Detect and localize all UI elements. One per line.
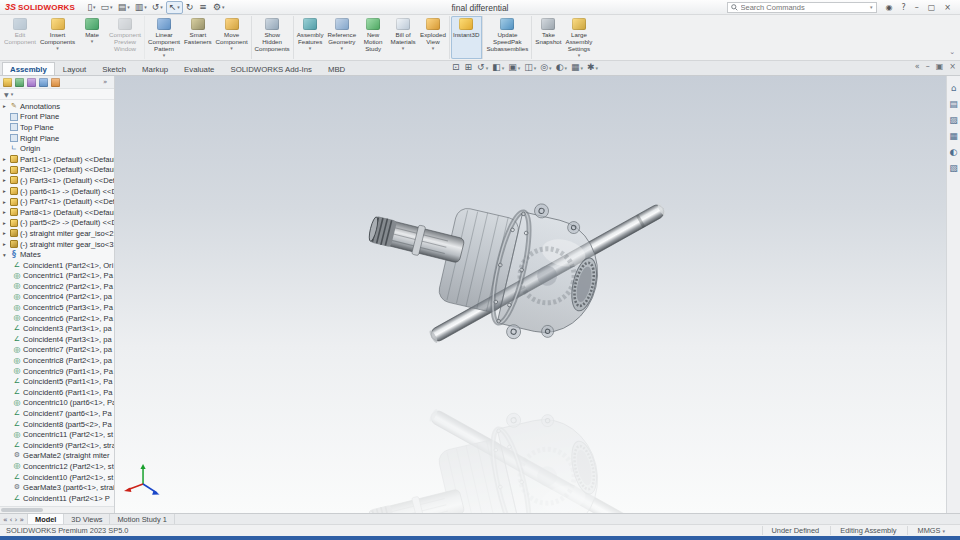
ribbon-button[interactable]: Instant3D — [451, 16, 483, 59]
mate-item[interactable]: Concentric5 (Part3<1>, Pa — [0, 302, 114, 313]
mate-item[interactable]: Concentric7 (Part2<1>, pa — [0, 345, 114, 356]
tree-item[interactable]: ▸ Part1<1> (Default) <<Default> — [0, 154, 114, 165]
ribbon-button[interactable]: Show Hidden Components — [253, 16, 294, 59]
mate-item[interactable]: Coincident11 (Part2<1> P — [0, 493, 114, 504]
tab-scroll-arrow-icon[interactable]: › — [15, 515, 18, 524]
options-gear-icon[interactable]: ⚙▾ — [211, 1, 227, 14]
maximize-icon[interactable]: ▢ — [924, 3, 940, 12]
ribbon-collapse-icon[interactable]: ⌄ — [949, 48, 955, 539]
expand-arrow-icon[interactable]: ▾ — [3, 252, 10, 258]
ribbon-button[interactable]: Update SpeedPak Subassemblies — [484, 16, 532, 59]
ribbon-tab[interactable]: Layout — [55, 62, 94, 75]
status-item[interactable]: MMGS▾ — [907, 526, 954, 535]
panel-horizontal-scrollbar[interactable] — [0, 506, 114, 513]
ribbon-button[interactable]: New Motion Study — [358, 16, 388, 59]
apply-scene-icon[interactable]: ▦▾ — [571, 63, 583, 72]
expand-arrow-icon[interactable]: ▸ — [3, 188, 10, 194]
graphics-viewport[interactable] — [115, 76, 946, 513]
ribbon-tab[interactable]: Markup — [134, 62, 176, 75]
ribbon-button[interactable]: Exploded View ▾ — [418, 16, 450, 59]
mate-item[interactable]: Coincident1 (Part2<1>, Ori — [0, 260, 114, 271]
doc-minimize-icon[interactable]: – — [926, 63, 930, 71]
tab-scroll-arrow-icon[interactable]: ‹ — [10, 515, 13, 524]
mate-item[interactable]: Coincident7 (part6<1>, Pa — [0, 408, 114, 419]
zoom-to-area-icon[interactable]: ⊞ — [465, 63, 474, 72]
zoom-to-fit-icon[interactable]: ⊡ — [452, 63, 461, 72]
expand-arrow-icon[interactable]: ▸ — [3, 103, 10, 109]
section-view-icon[interactable]: ◧▾ — [492, 63, 504, 72]
expand-arrow-icon[interactable]: ▸ — [3, 177, 10, 183]
document-tab[interactable]: Motion Study 1 — [110, 514, 174, 524]
doc-close-icon[interactable]: × — [949, 63, 956, 71]
mate-item[interactable]: Coincident9 (Part2<1>, stra — [0, 440, 114, 451]
tab-scroll-arrow-icon[interactable]: « — [3, 515, 8, 524]
3d-viewport-canvas[interactable] — [115, 76, 946, 513]
user-account-icon[interactable]: ◉ — [882, 3, 897, 12]
tree-item[interactable]: ▸ (-) part5<2> -> (Default) <<De — [0, 218, 114, 229]
tree-item[interactable]: Top Plane — [0, 122, 114, 133]
ribbon-button[interactable]: Edit Component — [2, 16, 38, 59]
mate-item[interactable]: Coincident8 (part5<2>, Pa — [0, 419, 114, 430]
search-commands-box[interactable]: ▾ — [727, 2, 877, 13]
minimize-icon[interactable]: – — [911, 3, 923, 12]
mate-item[interactable]: Coincident5 (Part1<1>, Pa — [0, 376, 114, 387]
mate-item[interactable]: Concentric9 (Part1<1>, Pa — [0, 366, 114, 377]
ribbon-button[interactable]: Linear Component Pattern ▾ — [146, 16, 182, 59]
ribbon-button[interactable]: Assembly Features ▾ — [295, 16, 326, 59]
tree-item[interactable]: Right Plane — [0, 133, 114, 144]
scrollbar-thumb[interactable] — [1, 508, 43, 512]
mate-item[interactable]: Concentric4 (Part2<1>, pa — [0, 292, 114, 303]
tree-item[interactable]: ▸ (-) Part7<1> (Default) <<Defau — [0, 196, 114, 207]
ribbon-button[interactable]: Large Assembly Settings ▾ — [564, 16, 595, 59]
previous-view-icon[interactable]: ↺▾ — [477, 63, 488, 72]
mate-item[interactable]: Coincident10 (Part2<1>, st — [0, 472, 114, 483]
mate-item[interactable]: Concentric1 (Part2<1>, Pa — [0, 271, 114, 282]
mate-item[interactable]: Concentric6 (Part2<1>, Pa — [0, 313, 114, 324]
mate-item[interactable]: Concentric12 (Part2<1>, st — [0, 461, 114, 472]
edit-appearance-icon[interactable]: ◐▾ — [556, 63, 567, 72]
tree-item[interactable]: ▸ (-) straight miter gear_iso<3> ( — [0, 239, 114, 250]
doc-restore-icon[interactable]: ▣ — [936, 63, 944, 71]
ribbon-tab[interactable]: SOLIDWORKS Add-Ins — [222, 62, 319, 75]
new-file-icon[interactable]: ▯▾ — [85, 1, 97, 14]
mate-item[interactable]: Coincident4 (Part3<1>, pa — [0, 334, 114, 345]
ribbon-tab[interactable]: Sketch — [94, 62, 134, 75]
ribbon-tab[interactable]: MBD — [320, 62, 353, 75]
tree-item[interactable]: ▸ (-) Part3<1> (Default) <<Defa — [0, 175, 114, 186]
hide-show-items-icon[interactable]: ◎▾ — [540, 63, 551, 72]
collapse-pane-icon[interactable]: « — [915, 63, 920, 71]
status-item[interactable]: Editing Assembly — [830, 526, 907, 535]
open-file-icon[interactable]: ▭▾ — [99, 1, 115, 14]
tree-item[interactable]: Front Plane — [0, 112, 114, 123]
tab-scroll-arrow-icon[interactable]: » — [19, 515, 24, 524]
mate-item[interactable]: Concentric11 (Part2<1>, st — [0, 429, 114, 440]
mate-item[interactable]: Concentric8 (Part2<1>, pa — [0, 355, 114, 366]
expand-arrow-icon[interactable]: ▸ — [3, 199, 10, 205]
ribbon-button[interactable]: Smart Fasteners — [182, 16, 214, 59]
ribbon-tab[interactable]: Assembly — [2, 62, 55, 75]
ribbon-button[interactable]: Bill of Materials ▾ — [388, 16, 418, 59]
tree-item[interactable]: ▸ (-) part6<1> -> (Default) <<De — [0, 186, 114, 197]
dimxpertmanager-tab[interactable] — [39, 78, 48, 87]
mate-item[interactable]: GearMate2 (straight miter — [0, 451, 114, 462]
tree-item[interactable]: ▾ Mates — [0, 249, 114, 260]
document-tab[interactable]: 3D Views — [64, 514, 110, 524]
featuremanager-tree-tab[interactable] — [3, 78, 12, 87]
mate-item[interactable]: Concentric10 (part6<1>, Pa — [0, 398, 114, 409]
status-item[interactable]: Under Defined — [762, 526, 831, 535]
print-icon[interactable]: ▥▾ — [133, 1, 149, 14]
view-orientation-icon[interactable]: ▣▾ — [508, 63, 520, 72]
mate-item[interactable]: GearMate3 (part6<1>, strai — [0, 482, 114, 493]
expand-arrow-icon[interactable]: ▸ — [3, 167, 10, 173]
expand-arrow-icon[interactable]: ▸ — [3, 241, 10, 247]
expand-arrow-icon[interactable]: ▸ — [3, 230, 10, 236]
ribbon-button[interactable]: Reference Geometry ▾ — [326, 16, 359, 59]
undo-icon[interactable]: ↺▾ — [150, 1, 165, 14]
panel-tabs-overflow-icon[interactable]: » — [103, 78, 107, 86]
tree-item[interactable]: Origin — [0, 143, 114, 154]
configurationmanager-tab[interactable] — [27, 78, 36, 87]
save-icon[interactable]: ▤▾ — [116, 1, 132, 14]
tree-item[interactable]: ▸ Part2<1> (Default) <<Default> — [0, 165, 114, 176]
displaymanager-tab[interactable] — [51, 78, 60, 87]
search-input[interactable] — [741, 3, 867, 12]
